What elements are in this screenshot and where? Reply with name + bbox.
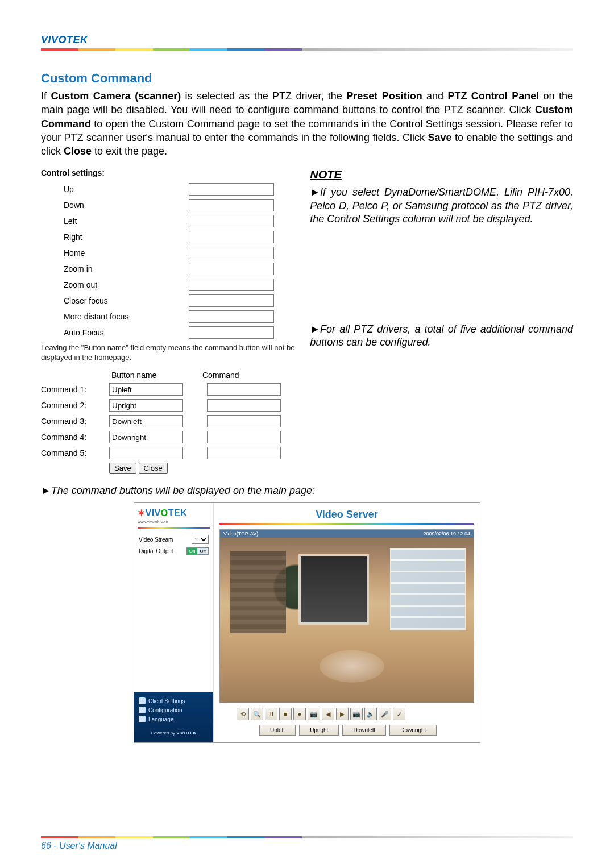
- sidebar-client-settings[interactable]: Client Settings: [139, 697, 209, 704]
- command2-name-input[interactable]: [109, 399, 183, 412]
- command5-name-input[interactable]: [109, 447, 183, 459]
- control-label: Zoom out: [64, 280, 189, 289]
- cmd-downright-button[interactable]: Downright: [389, 725, 437, 736]
- header-command: Command: [200, 371, 285, 380]
- result-text: The command buttons will be displayed on…: [51, 485, 315, 496]
- command-row-2: Command 2:: [41, 399, 296, 412]
- control-input-closerfocus[interactable]: [189, 294, 274, 307]
- control-label: Up: [64, 185, 189, 194]
- t: PTZ Control Panel: [447, 90, 539, 102]
- control-row-up: Up: [41, 183, 296, 196]
- control-label: Down: [64, 201, 189, 210]
- zoom-icon[interactable]: 🔍: [251, 708, 263, 720]
- control-input-autofocus[interactable]: [189, 326, 274, 339]
- control-settings-form: Control settings: Up Down Left Right Hom…: [41, 168, 296, 474]
- cmd-downleft-button[interactable]: Downleft: [342, 725, 386, 736]
- command3-cmd-input[interactable]: [207, 415, 281, 427]
- prev-icon[interactable]: ◀: [322, 708, 334, 720]
- notes-column: NOTE ►If you select DynaDome/SmartDOME, …: [310, 168, 573, 474]
- command4-cmd-input[interactable]: [207, 431, 281, 443]
- t: Custom Camera (scanner): [51, 90, 181, 102]
- control-label: More distant focus: [64, 312, 189, 321]
- home-icon[interactable]: ⟲: [237, 708, 249, 720]
- video-timestamp: 2009/02/06 19:12:04: [423, 531, 470, 537]
- t: to exit the page.: [92, 146, 167, 157]
- command-label: Command 4:: [41, 433, 109, 442]
- command-header-row: Button name Command: [41, 371, 296, 380]
- mic-icon[interactable]: 🎤: [379, 708, 391, 720]
- control-settings-title: Control settings:: [41, 168, 296, 177]
- header-button-name: Button name: [109, 371, 200, 380]
- command1-cmd-input[interactable]: [207, 383, 281, 396]
- digital-output-label: Digital Output: [139, 548, 186, 554]
- command1-name-input[interactable]: [109, 383, 183, 396]
- preview-sidebar: ✶VIVOTEK www.vivotek.com Video Stream 1 …: [134, 503, 214, 742]
- t: Language: [148, 716, 174, 722]
- preview-logo-sub: www.vivotek.com: [134, 520, 213, 527]
- control-input-distantfocus[interactable]: [189, 310, 274, 323]
- control-row-distantfocus: More distant focus: [41, 310, 296, 323]
- page-footer: 66 - User's Manual: [41, 836, 573, 851]
- do-on[interactable]: On: [187, 548, 198, 554]
- next-icon[interactable]: ▶: [336, 708, 349, 720]
- sidebar-language[interactable]: Language: [139, 716, 209, 722]
- gradient-divider: [219, 523, 474, 525]
- t: Powered by: [151, 730, 176, 736]
- preview-video-stream-row: Video Stream 1: [134, 533, 213, 546]
- control-row-left: Left: [41, 215, 296, 227]
- volume-icon[interactable]: 🔈: [364, 708, 377, 720]
- preview-command-buttons: Upleft Upright Downleft Downright: [259, 725, 474, 736]
- preview-title: Video Server: [214, 503, 480, 523]
- note2-text: For all PTZ drivers, a total of five add…: [310, 323, 573, 348]
- control-label: Left: [64, 217, 189, 226]
- control-input-zoomout[interactable]: [189, 279, 274, 291]
- stop-icon[interactable]: ■: [279, 708, 292, 720]
- control-row-home: Home: [41, 247, 296, 259]
- do-off[interactable]: Off: [197, 548, 208, 554]
- snapshot2-icon[interactable]: 📷: [350, 708, 363, 720]
- sidebar-configuration[interactable]: Configuration: [139, 707, 209, 713]
- control-label: Zoom in: [64, 264, 189, 273]
- preview-video-header: Video(TCP-AV) 2009/02/06 19:12:04: [220, 530, 474, 538]
- control-label: Closer focus: [64, 296, 189, 305]
- control-input-down[interactable]: [189, 199, 274, 211]
- t: is selected as the PTZ driver, the: [181, 90, 346, 102]
- t: and: [422, 90, 448, 102]
- control-label: Home: [64, 248, 189, 258]
- button-bar: Save Close: [109, 463, 296, 474]
- video-stream-select[interactable]: 1: [192, 535, 209, 544]
- control-input-zoomin[interactable]: [189, 263, 274, 275]
- snapshot-icon[interactable]: 📷: [308, 708, 320, 720]
- cmd-upleft-button[interactable]: Upleft: [259, 725, 296, 736]
- preview-logo: ✶VIVOTEK: [134, 503, 213, 520]
- preview-video-frame: Video(TCP-AV) 2009/02/06 19:12:04: [219, 529, 474, 703]
- control-row-down: Down: [41, 199, 296, 211]
- intro-paragraph: If Custom Camera (scanner) is selected a…: [41, 89, 573, 158]
- fullscreen-icon[interactable]: ⤢: [393, 708, 405, 720]
- gradient-divider: [41, 836, 573, 838]
- command4-name-input[interactable]: [109, 431, 183, 443]
- pause-icon[interactable]: ⏸: [265, 708, 277, 720]
- command5-cmd-input[interactable]: [207, 447, 281, 459]
- control-input-home[interactable]: [189, 247, 274, 259]
- command-label: Command 5:: [41, 448, 109, 458]
- t: Save: [428, 132, 451, 143]
- close-button[interactable]: Close: [139, 463, 168, 474]
- control-input-up[interactable]: [189, 183, 274, 196]
- preview-sidebar-lower: Client Settings Configuration Language P…: [134, 692, 213, 742]
- command2-cmd-input[interactable]: [207, 399, 281, 412]
- save-button[interactable]: Save: [109, 463, 136, 474]
- brand-text: VIVOTEK: [41, 34, 88, 45]
- video-stream-label: Video Stream: [139, 537, 192, 543]
- section-title: Custom Command: [41, 71, 573, 86]
- brand-header: VIVOTEK: [41, 34, 573, 54]
- control-input-right[interactable]: [189, 231, 274, 243]
- record-icon[interactable]: ●: [293, 708, 306, 720]
- command-row-4: Command 4:: [41, 431, 296, 443]
- digital-output-toggle[interactable]: On Off: [186, 547, 209, 555]
- cmd-upright-button[interactable]: Upright: [299, 725, 339, 736]
- control-input-left[interactable]: [189, 215, 274, 227]
- arrow-icon: ►: [310, 323, 320, 335]
- command3-name-input[interactable]: [109, 415, 183, 427]
- t: TEK: [168, 508, 188, 518]
